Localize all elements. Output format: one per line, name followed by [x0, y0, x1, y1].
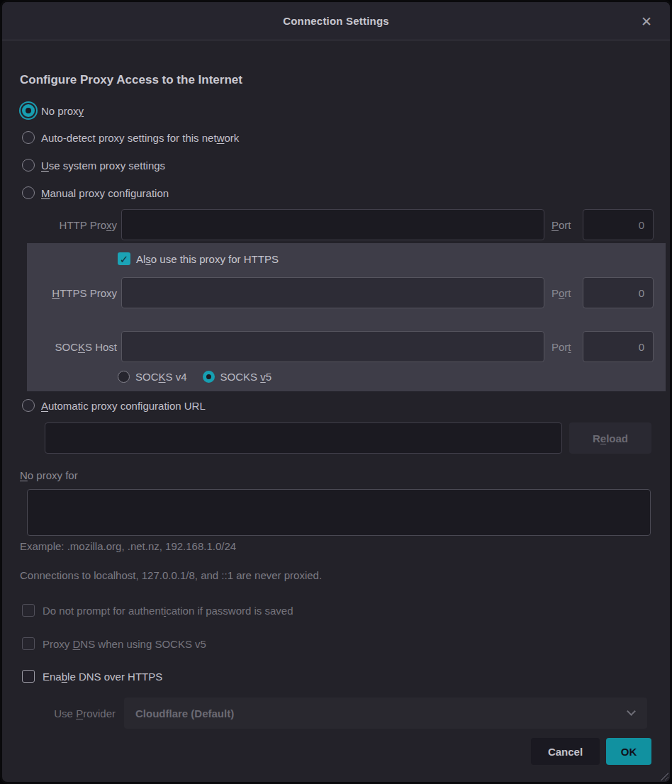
radio-socks-v5[interactable]: [203, 371, 215, 383]
https-port-label: Port: [551, 287, 577, 299]
radio-row-auto-detect[interactable]: Auto-detect proxy settings for this netw…: [22, 130, 239, 145]
radio-label: Automatic proxy configuration URL: [41, 400, 206, 412]
https-proxy-input[interactable]: [121, 277, 544, 308]
radio-label: Manual proxy configuration: [41, 187, 169, 199]
https-proxy-row: HTTPS Proxy Port: [27, 277, 654, 308]
radio-label: Use system proxy settings: [41, 159, 165, 172]
http-proxy-row: HTTP Proxy Port: [27, 209, 654, 240]
option-row-enable-doh[interactable]: Enable DNS over HTTPS: [22, 668, 162, 685]
connection-settings-dialog: Connection Settings ✕ Configure Proxy Ac…: [0, 0, 672, 784]
ok-button[interactable]: OK: [606, 738, 651, 765]
radio-row-manual-proxy[interactable]: Manual proxy configuration: [22, 185, 169, 201]
socks-port-input[interactable]: [583, 331, 654, 362]
http-port-input[interactable]: [583, 209, 654, 240]
radio-auto-url[interactable]: [22, 399, 35, 412]
http-proxy-input[interactable]: [121, 209, 544, 240]
also-use-https-checkbox[interactable]: ✓: [118, 252, 130, 265]
page-title: Configure Proxy Access to the Internet: [20, 73, 242, 87]
dialog-body: Configure Proxy Access to the Internet N…: [2, 40, 670, 784]
radio-label: SOCKS v4: [135, 371, 187, 383]
also-use-https-row[interactable]: ✓ Also use this proxy for HTTPS: [118, 250, 279, 268]
reload-button[interactable]: Reload: [569, 422, 651, 454]
radio-no-proxy[interactable]: [22, 104, 35, 117]
radio-socks-v4[interactable]: [118, 371, 130, 383]
auto-url-row: Reload: [45, 422, 651, 454]
no-proxy-for-label: No proxy for: [20, 469, 78, 481]
checkbox-label: Do not prompt for authentication if pass…: [43, 605, 293, 617]
use-provider-label: Use Provider: [27, 707, 116, 719]
socks-host-input[interactable]: [121, 331, 544, 362]
doh-provider-select: Cloudflare (Default): [124, 698, 647, 729]
doh-provider-row: Use Provider Cloudflare (Default): [27, 698, 647, 729]
radio-manual-proxy[interactable]: [22, 186, 35, 199]
http-port-label: Port: [551, 219, 577, 231]
radio-row-auto-url[interactable]: Automatic proxy configuration URL: [22, 398, 206, 413]
checkbox-label: Also use this proxy for HTTPS: [136, 253, 279, 265]
dialog-titlebar: Connection Settings ✕: [2, 2, 670, 40]
radio-label: Auto-detect proxy settings for this netw…: [41, 132, 239, 144]
socks-port-label: Port: [551, 341, 577, 353]
radio-system-proxy[interactable]: [22, 159, 35, 172]
radio-auto-detect[interactable]: [22, 131, 35, 144]
chevron-down-icon: [627, 707, 636, 716]
http-proxy-label: HTTP Proxy: [27, 219, 117, 231]
socks-version-group: SOCKS v4 SOCKS v5: [118, 368, 287, 385]
checkbox-label: Proxy DNS when using SOCKS v5: [43, 638, 206, 650]
cancel-button[interactable]: Cancel: [531, 738, 600, 765]
https-proxy-label: HTTPS Proxy: [27, 287, 117, 299]
dialog-title: Connection Settings: [283, 15, 389, 27]
radio-row-no-proxy[interactable]: No proxy: [22, 103, 84, 118]
proxy-dns-checkbox: [22, 637, 35, 650]
radio-label: No proxy: [41, 105, 84, 117]
no-proxy-note-text: Connections to localhost, 127.0.0.1/8, a…: [20, 569, 322, 581]
option-row-no-auth-prompt: Do not prompt for authentication if pass…: [22, 602, 293, 619]
checkbox-label: Enable DNS over HTTPS: [43, 671, 162, 683]
auto-url-input[interactable]: [45, 422, 562, 454]
no-proxy-example-text: Example: .mozilla.org, .net.nz, 192.168.…: [20, 540, 236, 552]
radio-label: SOCKS v5: [220, 371, 272, 383]
enable-doh-checkbox[interactable]: [22, 670, 35, 683]
no-proxy-for-textarea[interactable]: [27, 489, 651, 536]
close-icon[interactable]: ✕: [637, 12, 656, 30]
socks-host-label: SOCKS Host: [27, 341, 117, 353]
option-row-proxy-dns: Proxy DNS when using SOCKS v5: [22, 635, 206, 652]
no-auth-prompt-checkbox: [22, 604, 35, 617]
socks-host-row: SOCKS Host Port: [27, 331, 654, 362]
https-port-input[interactable]: [583, 277, 654, 308]
manual-proxy-highlight-section: ✓ Also use this proxy for HTTPS HTTPS Pr…: [27, 243, 666, 391]
radio-row-system-proxy[interactable]: Use system proxy settings: [22, 157, 165, 173]
doh-provider-value: Cloudflare (Default): [135, 707, 234, 719]
